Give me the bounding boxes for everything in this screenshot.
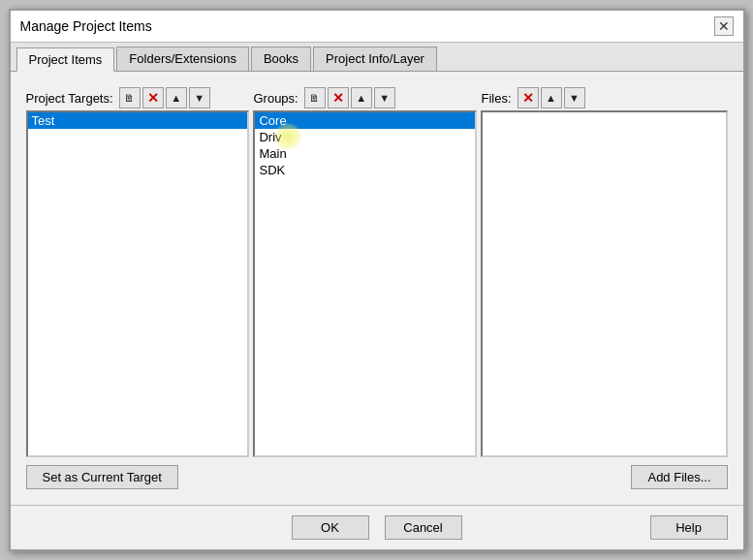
new-icon: 🗎 xyxy=(124,92,135,104)
list-item[interactable]: Driv xyxy=(255,129,285,145)
groups-delete-button[interactable]: ✕ xyxy=(328,87,349,109)
files-down-button[interactable]: ▼ xyxy=(564,87,585,109)
files-list-area xyxy=(481,110,727,457)
close-button[interactable]: ✕ xyxy=(714,16,734,36)
delete-icon: ✕ xyxy=(147,90,159,106)
dialog-footer: OK Cancel Help xyxy=(11,505,743,549)
title-bar: Manage Project Items ✕ xyxy=(11,11,743,43)
tab-project-items[interactable]: Project Items xyxy=(16,47,115,72)
cancel-button[interactable]: Cancel xyxy=(385,515,462,540)
targets-list-area: Test xyxy=(26,110,250,457)
panels-bottom: Set as Current Target Add Files... xyxy=(26,465,728,489)
tab-project-info-layer[interactable]: Project Info/Layer xyxy=(313,47,437,71)
groups-footer xyxy=(253,465,477,489)
dialog-body: Project Targets: 🗎 ✕ ▲ ▼ xyxy=(11,72,743,505)
down-icon: ▼ xyxy=(569,92,580,104)
targets-list[interactable]: Test xyxy=(26,110,250,457)
up-icon: ▲ xyxy=(546,92,556,104)
down-icon: ▼ xyxy=(379,92,390,104)
targets-panel: Project Targets: 🗎 ✕ ▲ ▼ xyxy=(26,87,250,457)
help-button[interactable]: Help xyxy=(650,515,728,540)
tab-bar: Project Items Folders/Extensions Books P… xyxy=(11,43,743,72)
tab-books[interactable]: Books xyxy=(251,47,311,71)
groups-down-button[interactable]: ▼ xyxy=(374,87,395,109)
list-item[interactable]: Core xyxy=(255,112,475,129)
targets-up-button[interactable]: ▲ xyxy=(166,87,187,109)
files-footer: Add Files... xyxy=(481,465,727,489)
delete-icon: ✕ xyxy=(522,90,534,106)
up-icon: ▲ xyxy=(171,92,181,104)
targets-label: Project Targets: xyxy=(26,91,113,106)
panels-row: Project Targets: 🗎 ✕ ▲ ▼ xyxy=(26,87,728,457)
groups-up-button[interactable]: ▲ xyxy=(351,87,372,109)
files-up-button[interactable]: ▲ xyxy=(541,87,562,109)
files-panel: Files: ✕ ▲ ▼ xyxy=(481,87,727,457)
add-files-button[interactable]: Add Files... xyxy=(631,465,727,489)
up-icon: ▲ xyxy=(356,92,366,104)
groups-panel: Groups: 🗎 ✕ ▲ ▼ Core xyxy=(253,87,477,457)
dialog-title: Manage Project Items xyxy=(20,18,152,34)
groups-panel-header: Groups: 🗎 ✕ ▲ ▼ xyxy=(253,87,477,109)
targets-panel-header: Project Targets: 🗎 ✕ ▲ ▼ xyxy=(26,87,250,109)
set-current-target-button[interactable]: Set as Current Target xyxy=(26,465,178,489)
groups-new-button[interactable]: 🗎 xyxy=(304,87,326,109)
targets-new-button[interactable]: 🗎 xyxy=(119,87,141,109)
new-icon: 🗎 xyxy=(309,92,320,104)
files-label: Files: xyxy=(481,91,511,106)
groups-list[interactable]: Core Driv Main SDK xyxy=(253,110,477,457)
list-item[interactable]: SDK xyxy=(255,162,475,178)
list-item[interactable]: Test xyxy=(28,112,248,129)
groups-list-area: Core Driv Main SDK xyxy=(253,110,477,457)
files-list[interactable] xyxy=(481,110,727,457)
footer-center: OK Cancel xyxy=(292,515,462,540)
files-delete-button[interactable]: ✕ xyxy=(518,87,539,109)
delete-icon: ✕ xyxy=(332,90,344,106)
list-item[interactable]: Main xyxy=(255,145,475,162)
manage-project-items-dialog: Manage Project Items ✕ Project Items Fol… xyxy=(9,9,745,551)
footer-right: Help xyxy=(462,515,728,540)
files-panel-header: Files: ✕ ▲ ▼ xyxy=(481,87,727,109)
ok-button[interactable]: OK xyxy=(292,515,369,540)
footer-row: OK Cancel Help xyxy=(26,515,728,540)
targets-down-button[interactable]: ▼ xyxy=(189,87,210,109)
groups-label: Groups: xyxy=(253,91,298,106)
target-footer: Set as Current Target xyxy=(26,465,250,489)
down-icon: ▼ xyxy=(194,92,204,104)
tab-folders-extensions[interactable]: Folders/Extensions xyxy=(116,47,249,71)
targets-delete-button[interactable]: ✕ xyxy=(142,87,164,109)
